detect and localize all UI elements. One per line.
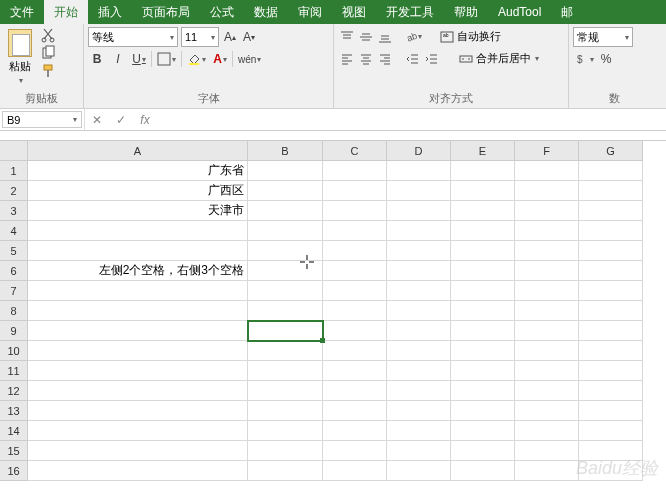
- cell-D8[interactable]: [387, 301, 451, 321]
- cell-B5[interactable]: [248, 241, 323, 261]
- currency-icon[interactable]: $▾: [573, 50, 596, 68]
- cell-A11[interactable]: [28, 361, 248, 381]
- cell-A6[interactable]: 左侧2个空格，右侧3个空格: [28, 261, 248, 281]
- cell-C9[interactable]: [323, 321, 387, 341]
- cell-F8[interactable]: [515, 301, 579, 321]
- cell-E2[interactable]: [451, 181, 515, 201]
- cell-B12[interactable]: [248, 381, 323, 401]
- cell-D16[interactable]: [387, 461, 451, 481]
- cell-B6[interactable]: [248, 261, 323, 281]
- bold-button[interactable]: B: [88, 50, 106, 68]
- cell-F3[interactable]: [515, 201, 579, 221]
- row-header[interactable]: 11: [0, 361, 28, 381]
- tab-11[interactable]: 邮: [551, 0, 583, 24]
- italic-button[interactable]: I: [109, 50, 127, 68]
- cell-B7[interactable]: [248, 281, 323, 301]
- cell-C4[interactable]: [323, 221, 387, 241]
- cell-B13[interactable]: [248, 401, 323, 421]
- cell-B2[interactable]: [248, 181, 323, 201]
- cell-A2[interactable]: 广西区: [28, 181, 248, 201]
- cell-G3[interactable]: [579, 201, 643, 221]
- row-header[interactable]: 3: [0, 201, 28, 221]
- cell-D12[interactable]: [387, 381, 451, 401]
- column-header[interactable]: D: [387, 141, 451, 161]
- cell-A4[interactable]: [28, 221, 248, 241]
- cell-G10[interactable]: [579, 341, 643, 361]
- cell-C11[interactable]: [323, 361, 387, 381]
- cell-B3[interactable]: [248, 201, 323, 221]
- cell-E16[interactable]: [451, 461, 515, 481]
- font-color-button[interactable]: A▾: [211, 50, 229, 68]
- row-header[interactable]: 15: [0, 441, 28, 461]
- cell-G13[interactable]: [579, 401, 643, 421]
- row-header[interactable]: 1: [0, 161, 28, 181]
- cut-icon[interactable]: [40, 27, 56, 43]
- border-button[interactable]: ▾: [155, 50, 178, 68]
- cell-F11[interactable]: [515, 361, 579, 381]
- cell-C16[interactable]: [323, 461, 387, 481]
- tab-10[interactable]: AudTool: [488, 0, 551, 24]
- align-left-icon[interactable]: [338, 50, 356, 68]
- cell-B15[interactable]: [248, 441, 323, 461]
- align-center-icon[interactable]: [357, 50, 375, 68]
- cell-D15[interactable]: [387, 441, 451, 461]
- cell-G7[interactable]: [579, 281, 643, 301]
- cell-C6[interactable]: [323, 261, 387, 281]
- decrease-indent-icon[interactable]: [404, 50, 422, 68]
- row-header[interactable]: 8: [0, 301, 28, 321]
- cell-A7[interactable]: [28, 281, 248, 301]
- cell-B8[interactable]: [248, 301, 323, 321]
- fx-icon[interactable]: fx: [133, 113, 157, 127]
- row-header[interactable]: 9: [0, 321, 28, 341]
- cell-C2[interactable]: [323, 181, 387, 201]
- cell-E15[interactable]: [451, 441, 515, 461]
- cell-C12[interactable]: [323, 381, 387, 401]
- row-header[interactable]: 12: [0, 381, 28, 401]
- cell-D4[interactable]: [387, 221, 451, 241]
- cell-D9[interactable]: [387, 321, 451, 341]
- increase-indent-icon[interactable]: [423, 50, 441, 68]
- cell-A5[interactable]: [28, 241, 248, 261]
- cell-E14[interactable]: [451, 421, 515, 441]
- copy-icon[interactable]: [40, 45, 56, 61]
- tab-3[interactable]: 页面布局: [132, 0, 200, 24]
- phonetic-button[interactable]: wén▾: [236, 50, 263, 68]
- cell-E6[interactable]: [451, 261, 515, 281]
- select-all-corner[interactable]: [0, 141, 28, 161]
- cell-C1[interactable]: [323, 161, 387, 181]
- cell-D1[interactable]: [387, 161, 451, 181]
- cell-C10[interactable]: [323, 341, 387, 361]
- cell-F14[interactable]: [515, 421, 579, 441]
- cell-D14[interactable]: [387, 421, 451, 441]
- cell-A1[interactable]: 广东省: [28, 161, 248, 181]
- cell-E4[interactable]: [451, 221, 515, 241]
- wrap-text-button[interactable]: ab自动换行: [436, 27, 505, 46]
- align-bottom-icon[interactable]: [376, 28, 394, 46]
- row-header[interactable]: 7: [0, 281, 28, 301]
- tab-2[interactable]: 插入: [88, 0, 132, 24]
- tab-9[interactable]: 帮助: [444, 0, 488, 24]
- cell-B1[interactable]: [248, 161, 323, 181]
- merge-center-button[interactable]: 合并后居中▾: [455, 49, 543, 68]
- number-format-select[interactable]: 常规▾: [573, 27, 633, 47]
- cell-B10[interactable]: [248, 341, 323, 361]
- format-painter-icon[interactable]: [40, 63, 56, 79]
- row-header[interactable]: 10: [0, 341, 28, 361]
- cell-A9[interactable]: [28, 321, 248, 341]
- cell-C7[interactable]: [323, 281, 387, 301]
- cell-E8[interactable]: [451, 301, 515, 321]
- font-family-select[interactable]: 等线▾: [88, 27, 178, 47]
- row-header[interactable]: 13: [0, 401, 28, 421]
- cell-D7[interactable]: [387, 281, 451, 301]
- tab-1[interactable]: 开始: [44, 0, 88, 24]
- align-top-icon[interactable]: [338, 28, 356, 46]
- font-size-select[interactable]: 11▾: [181, 27, 219, 47]
- row-header[interactable]: 2: [0, 181, 28, 201]
- cell-A13[interactable]: [28, 401, 248, 421]
- align-middle-icon[interactable]: [357, 28, 375, 46]
- name-box[interactable]: B9▾: [2, 111, 82, 128]
- cell-C14[interactable]: [323, 421, 387, 441]
- cell-B11[interactable]: [248, 361, 323, 381]
- tab-7[interactable]: 视图: [332, 0, 376, 24]
- cell-C5[interactable]: [323, 241, 387, 261]
